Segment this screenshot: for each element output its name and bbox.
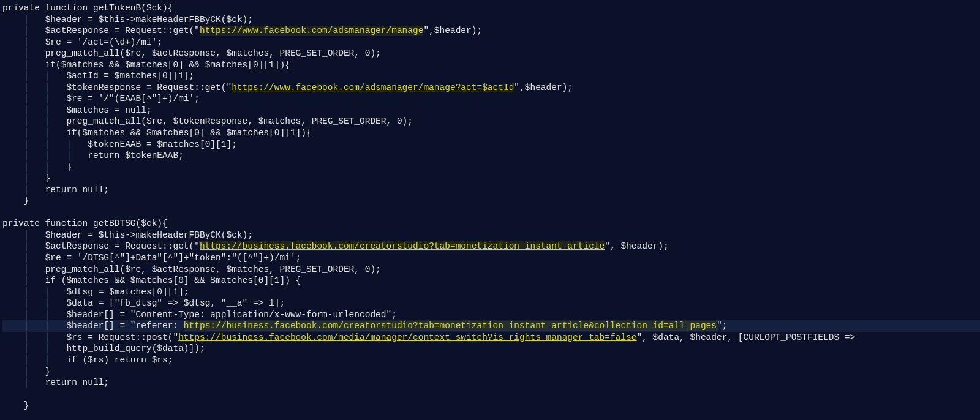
code-line[interactable]: │ │ $data = ["fb_dtsg" => $dtsg, "__a" =… — [2, 298, 980, 309]
code-line[interactable]: } — [2, 400, 980, 411]
code-line[interactable]: │ │ $header[] = "referer: https://busine… — [2, 320, 980, 332]
code-line[interactable]: │ $re = '/DTSG[^"]+Data"[^"]+"token":"([… — [2, 252, 980, 264]
code-line[interactable]: │ if($matches && $matches[0] && $matches… — [2, 59, 980, 71]
code-line[interactable]: │ │ http_build_query($data)]); — [2, 343, 980, 354]
url-link[interactable]: https://business.facebook.com/media/mana… — [178, 332, 636, 342]
code-line[interactable]: │ │ $rs = Request::post("https://busines… — [2, 332, 980, 343]
code-line[interactable] — [2, 389, 980, 400]
code-line[interactable]: │ │ $tokenResponse = Request::get("https… — [2, 82, 980, 94]
code-line[interactable]: │ │ $re = '/"(EAAB[^"]+)/mi'; — [2, 93, 980, 105]
code-line[interactable]: │ } — [2, 366, 980, 378]
url-link[interactable]: https://business.facebook.com/creatorstu… — [184, 321, 413, 331]
code-line[interactable]: private function getBDTSG($ck){ — [2, 218, 980, 230]
code-line[interactable]: │ preg_match_all($re, $actResponse, $mat… — [2, 264, 980, 276]
code-line[interactable]: │ │ $matches = null; — [2, 105, 980, 116]
code-line[interactable]: │ } — [2, 173, 980, 184]
code-line[interactable]: │ │ preg_match_all($re, $tokenResponse, … — [2, 116, 980, 127]
code-line[interactable]: │ $header = $this->makeHeaderFBByCK($ck)… — [2, 230, 980, 241]
code-line[interactable]: │ │ │ return $tokenEAAB; — [2, 150, 980, 162]
code-line[interactable]: │ $actResponse = Request::get("https://w… — [2, 25, 980, 37]
code-line[interactable]: │ │ if ($rs) return $rs; — [2, 354, 980, 366]
code-line[interactable]: │ $header = $this->makeHeaderFBByCK($ck)… — [2, 14, 980, 26]
code-line[interactable]: │ return null; — [2, 184, 980, 196]
code-line[interactable]: │ │ } — [2, 162, 980, 173]
code-line[interactable]: │ $re = '/act=(\d+)/mi'; — [2, 37, 980, 48]
code-line[interactable]: │ return null; — [2, 377, 980, 389]
code-line[interactable]: } — [2, 195, 980, 207]
url-link[interactable]: https://business.facebook.com/creatorstu… — [200, 241, 605, 251]
code-line[interactable]: private function getTokenB($ck){ — [2, 2, 980, 14]
code-line[interactable]: │ │ $dtsg = $matches[0][1]; — [2, 287, 980, 298]
url-link[interactable]: https://www.facebook.com/adsmanager/mana… — [200, 26, 423, 36]
code-line[interactable]: │ $actResponse = Request::get("https://b… — [2, 241, 980, 252]
code-line[interactable]: │ │ $header[] = "Content-Type: applicati… — [2, 309, 980, 321]
code-line[interactable]: │ │ │ $tokenEAAB = $matches[0][1]; — [2, 139, 980, 151]
url-link[interactable]: https://www.facebook.com/adsmanager/mana… — [232, 83, 514, 92]
code-editor-viewport[interactable]: private function getTokenB($ck){ │ $head… — [0, 0, 980, 420]
code-line[interactable]: │ │ $actId = $matches[0][1]; — [2, 70, 980, 82]
code-line[interactable] — [2, 207, 980, 219]
code-line[interactable]: │ │ if($matches && $matches[0] && $match… — [2, 127, 980, 139]
code-line[interactable]: │ preg_match_all($re, $actResponse, $mat… — [2, 48, 980, 59]
code-line[interactable]: │ if ($matches && $matches[0] && $matche… — [2, 275, 980, 287]
